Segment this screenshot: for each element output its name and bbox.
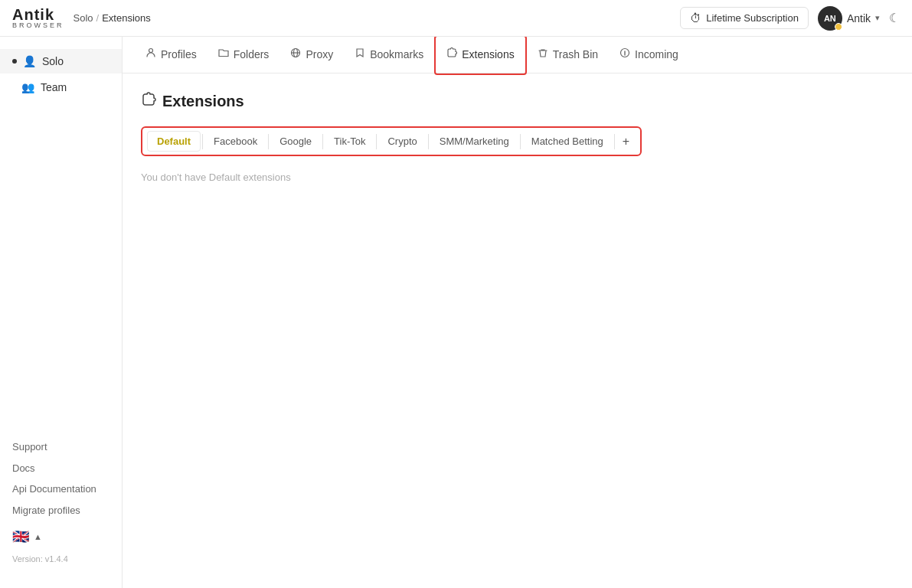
tab-divider-1 — [202, 134, 203, 149]
header-left: Antik BROWSER Solo / Extensions — [12, 7, 151, 29]
page-title: Extensions — [141, 92, 894, 111]
tab-profiles[interactable]: Profiles — [135, 37, 208, 74]
support-link[interactable]: Support — [12, 438, 110, 456]
tab-profiles-label: Profiles — [161, 48, 197, 60]
page-title-text: Extensions — [162, 93, 244, 110]
extensions-tab-wrap: Extensions — [434, 37, 526, 75]
version-label: Version: v1.4.4 — [12, 554, 110, 564]
tab-divider-7 — [614, 134, 615, 149]
nav-tabs: Profiles Folders Proxy Bookmarks — [123, 37, 912, 74]
active-dot — [12, 59, 17, 64]
page-extensions-icon — [141, 92, 156, 111]
tab-divider-2 — [268, 134, 269, 149]
trash-icon — [538, 47, 548, 60]
sidebar-footer: Support Docs Api Documentation Migrate p… — [0, 438, 122, 576]
docs-link[interactable]: Docs — [12, 459, 110, 477]
add-tab-button[interactable]: + — [616, 132, 636, 152]
migrate-link[interactable]: Migrate profiles — [12, 501, 110, 519]
sidebar-team-label: Team — [41, 81, 67, 93]
ext-tab-tiktok[interactable]: Tik-Tok — [325, 132, 374, 151]
ext-tab-google[interactable]: Google — [270, 132, 321, 151]
sidebar-item-team[interactable]: 👥 Team — [0, 75, 122, 100]
empty-message: You don't have Default extensions — [141, 172, 894, 183]
proxy-icon — [290, 47, 301, 60]
profiles-icon — [145, 47, 156, 60]
tab-bookmarks[interactable]: Bookmarks — [344, 37, 434, 74]
main-layout: 👤 Solo 👥 Team Support Docs Api Documenta… — [0, 37, 912, 588]
breadcrumb-sep: / — [96, 12, 100, 24]
tab-trash[interactable]: Trash Bin — [527, 37, 609, 74]
breadcrumb: Solo / Extensions — [74, 12, 151, 24]
tab-divider-3 — [322, 134, 323, 149]
ext-tab-facebook[interactable]: Facebook — [204, 132, 266, 151]
svg-point-0 — [149, 49, 153, 53]
breadcrumb-extensions: Extensions — [102, 12, 151, 24]
chevron-down-icon: ▾ — [875, 13, 880, 23]
tab-divider-6 — [520, 134, 521, 149]
tab-divider-5 — [428, 134, 429, 149]
flag-icon: 🇬🇧 — [12, 528, 29, 545]
avatar-initials: AN — [824, 14, 836, 23]
ext-tab-default[interactable]: Default — [147, 131, 201, 152]
logo-antik: Antik — [12, 7, 64, 22]
ext-tab-smm[interactable]: SMM/Marketing — [430, 132, 518, 151]
tab-extensions-label: Extensions — [462, 48, 514, 60]
avatar: AN — [818, 6, 842, 31]
header: Antik BROWSER Solo / Extensions ⏱ Lifeti… — [0, 0, 912, 37]
ext-tab-matched-betting[interactable]: Matched Betting — [522, 132, 613, 151]
extension-tabs-container: Default Facebook Google Tik-Tok Crypto S… — [141, 126, 642, 156]
logo-browser: BROWSER — [12, 22, 64, 29]
tab-trash-label: Trash Bin — [553, 48, 598, 60]
ext-tab-crypto[interactable]: Crypto — [378, 132, 426, 151]
tab-extensions[interactable]: Extensions — [436, 37, 525, 74]
breadcrumb-solo[interactable]: Solo — [74, 12, 93, 24]
lifetime-label: Lifetime Subscription — [706, 12, 799, 24]
tab-incoming-label: Incoming — [635, 48, 678, 60]
header-right: ⏱ Lifetime Subscription AN Antik ▾ ☾ — [680, 6, 900, 31]
language-selector[interactable]: 🇬🇧 ▲ — [12, 528, 110, 545]
user-area[interactable]: AN Antik ▾ — [818, 6, 880, 31]
content-area: Profiles Folders Proxy Bookmarks — [123, 37, 912, 588]
incoming-icon — [619, 47, 630, 60]
page-content: Extensions Default Facebook Google Tik-T… — [123, 74, 912, 588]
sidebar: 👤 Solo 👥 Team Support Docs Api Documenta… — [0, 37, 123, 588]
tab-bookmarks-label: Bookmarks — [370, 48, 423, 60]
api-docs-link[interactable]: Api Documentation — [12, 480, 110, 498]
avatar-badge — [835, 23, 842, 31]
sidebar-solo-label: Solo — [42, 55, 64, 67]
lang-chevron-icon: ▲ — [34, 532, 42, 541]
dark-mode-toggle[interactable]: ☾ — [889, 11, 900, 25]
person-icon: 👤 — [23, 55, 36, 67]
sidebar-item-solo[interactable]: 👤 Solo — [0, 49, 122, 74]
sidebar-nav: 👤 Solo 👥 Team — [0, 49, 122, 100]
tab-divider-4 — [376, 134, 377, 149]
tab-folders[interactable]: Folders — [208, 37, 280, 74]
extensions-icon — [446, 47, 457, 60]
logo: Antik BROWSER — [12, 7, 64, 29]
tab-incoming[interactable]: Incoming — [609, 37, 689, 74]
bookmarks-icon — [355, 47, 365, 60]
tab-proxy-label: Proxy — [306, 48, 333, 60]
tab-folders-label: Folders — [234, 48, 270, 60]
clock-icon: ⏱ — [690, 11, 701, 24]
lifetime-subscription-button[interactable]: ⏱ Lifetime Subscription — [680, 7, 809, 29]
tab-proxy[interactable]: Proxy — [279, 37, 344, 74]
team-icon: 👥 — [21, 81, 34, 93]
folders-icon — [218, 47, 229, 60]
username: Antik — [847, 12, 871, 24]
